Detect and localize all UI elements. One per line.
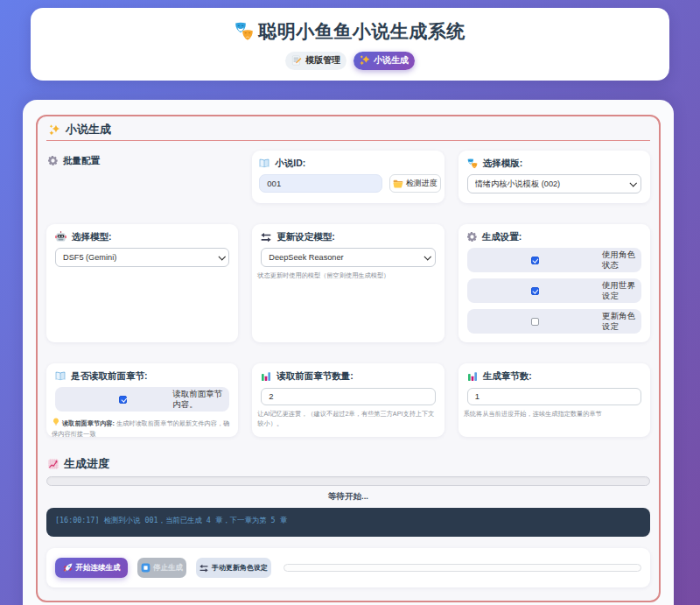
novel-id-label: 小说ID: [259,158,440,169]
chart-up-icon [48,459,59,469]
novel-id-panel: 小说ID: 检测进度 [252,151,444,203]
check-progress-button[interactable]: 检测进度 [389,174,441,193]
gen-settings-panel: 生成设置: 使用角色状态 使用世界设定 更新角色设定 [458,224,650,342]
use-world-setting-label: 使用世界设定 [602,280,639,301]
section-title-text: 小说生成 [66,122,111,137]
use-role-state-row: 使用角色状态 [467,248,641,272]
progress-bar [46,476,650,486]
config-grid: 批量配置 小说ID: 检测进度 [46,151,650,437]
gear-icon [467,232,477,242]
read-count-label: 读取前面章节数量: [261,370,435,382]
chapters-input[interactable] [467,388,641,405]
main-wrapper: 小说生成 批量配置 小说ID: 检测进度 [23,100,674,605]
progress-status: 等待开始... [46,491,650,503]
template-label: 选择模版: [467,158,641,169]
app-title-text: 聪明小鱼鱼小说生成系统 [258,19,466,44]
log-console[interactable]: [16:00:17] 检测到小说 001，当前已生成 4 章，下一章为第 5 章 [46,508,650,537]
progress-title: 生成进度 [48,458,650,470]
use-world-setting-checkbox[interactable] [531,287,539,295]
template-select-wrap: 情绪内核小说模板 (002) [467,174,641,193]
read-prev-hint-bold: 读取前面章节内容: [62,419,115,427]
stop-generation-button[interactable]: 停止生成 [137,558,186,578]
masks-icon [467,158,478,169]
section-divider [46,140,650,141]
read-count-text: 读取前面章节数量: [276,370,354,382]
start-generation-button[interactable]: 开始连续生成 [55,558,128,578]
read-prev-hint: 读取前面章节内容: 生成时读取前面章节的最新文件内容，确保内容衔接一致 [52,418,230,439]
progress-title-text: 生成进度 [64,456,109,472]
swap-arrows-icon [200,564,208,573]
read-prev-panel: 是否读取前面章节: 读取前面章节内容。 读取前面章节内容: 生成时读取前面章节的… [46,363,238,437]
bulb-icon [52,418,60,426]
sparkles-icon [49,124,60,136]
bar-chart-icon [261,371,271,382]
read-count-hint: 让AI记忆更连贯，（建议不超过2章，有些第三方API支持上下文较小）。 [257,409,436,428]
bar-chart-icon [467,371,478,382]
update-roles-button[interactable]: 手动更新角色设定 [196,558,271,578]
gen-settings-label: 生成设置: [467,231,641,243]
update-model-hint: 状态更新时使用的模型（留空则使用生成模型） [257,271,436,280]
chapters-panel: 生成章节数: 系统将从当前进度开始，连续生成指定数量的章节 [458,363,650,437]
batch-config-label: 批量配置 [48,155,238,166]
update-model-panel: 更新设定模型: DeepSeek Reasoner 状态更新时使用的模型（留空则… [252,224,444,342]
model-select-wrap: DSF5 (Gemini) [55,248,229,267]
use-world-setting-row: 使用世界设定 [467,278,641,303]
update-model-select-wrap: DeepSeek Reasoner [261,248,435,267]
update-role-setting-checkbox[interactable] [531,318,539,326]
read-prev-option-label: 读取前面章节内容。 [172,389,227,410]
novel-id-input[interactable] [259,174,382,193]
memo-icon [291,55,302,66]
use-role-state-checkbox[interactable] [531,257,539,264]
read-count-input[interactable] [261,388,435,405]
log-line: [16:00:17] 检测到小说 001，当前已生成 4 章，下一章为第 5 章 [55,516,641,525]
tab-label: 小说生成 [374,54,409,67]
template-select[interactable]: 情绪内核小说模板 (002) [467,174,641,193]
app-title: 聪明小鱼鱼小说生成系统 [234,19,466,44]
update-role-setting-label: 更新角色设定 [602,311,639,332]
section-title: 小说生成 [49,123,650,137]
chapters-text: 生成章节数: [483,370,532,382]
model-text: 选择模型: [72,231,112,243]
progress-block: 生成进度 等待开始... [16:00:17] 检测到小说 001，当前已生成 … [46,458,650,537]
update-role-setting-row: 更新角色设定 [467,309,641,334]
read-prev-row: 读取前面章节内容。 [55,387,229,412]
novel-generation-section: 小说生成 批量配置 小说ID: 检测进度 [36,115,661,602]
gear-icon [48,156,58,165]
start-label: 开始连续生成 [76,563,121,573]
batch-config-cell: 批量配置 [46,151,238,203]
update-model-select[interactable]: DeepSeek Reasoner [261,248,435,267]
gen-settings-text: 生成设置: [482,231,522,243]
template-text: 选择模版: [483,158,523,169]
header-tabs: 模版管理 小说生成 [285,52,415,70]
side-progress-bar [284,564,641,572]
header-card: 聪明小鱼鱼小说生成系统 模版管理 小说生成 [31,8,669,81]
open-book-icon [259,158,270,169]
folder-icon [393,179,403,189]
update-model-label: 更新设定模型: [261,231,435,243]
chapters-label: 生成章节数: [467,370,641,382]
masks-icon [234,22,254,41]
sparkles-icon [360,55,370,66]
model-select[interactable]: DSF5 (Gemini) [55,248,229,267]
model-panel: 选择模型: DSF5 (Gemini) [46,224,238,342]
read-prev-text: 是否读取前面章节: [71,370,148,382]
tab-label: 模版管理 [305,54,340,67]
read-prev-checkbox[interactable] [119,396,127,404]
stop-label: 停止生成 [153,563,183,573]
use-role-state-label: 使用角色状态 [602,250,639,271]
read-count-panel: 读取前面章节数量: 让AI记忆更连贯，（建议不超过2章，有些第三方API支持上下… [252,363,444,437]
template-panel: 选择模版: 情绪内核小说模板 (002) [458,151,650,203]
open-book-icon [55,371,66,382]
swap-arrows-icon [261,232,271,243]
tab-novel-generation[interactable]: 小说生成 [354,52,415,70]
rocket-icon [63,563,73,573]
check-progress-label: 检测进度 [406,178,438,189]
update-roles-label: 手动更新角色设定 [212,563,268,573]
model-label: 选择模型: [55,231,229,243]
stop-icon [141,563,150,573]
batch-config-text: 批量配置 [63,155,100,166]
chapters-hint: 系统将从当前进度开始，连续生成指定数量的章节 [464,409,642,419]
update-model-text: 更新设定模型: [276,231,335,243]
actions-panel: 开始连续生成 停止生成 手动更新角色设定 [46,548,650,587]
tab-template-management[interactable]: 模版管理 [285,52,346,70]
